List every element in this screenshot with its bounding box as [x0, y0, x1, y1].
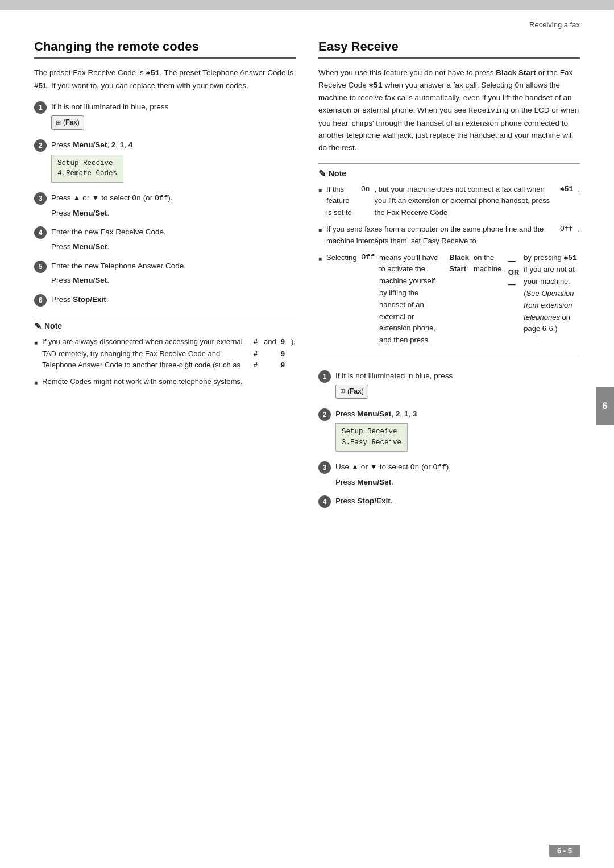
fax-button-icon-right-1: ⊞	[340, 386, 345, 396]
step-6-text: Press Stop/Exit.	[51, 295, 109, 304]
page-container: Receiving a fax Changing the remote code…	[0, 0, 614, 868]
right-step-3-content: Use ▲ or ▼ to select On (or Off). Press …	[335, 461, 580, 488]
fax-button-right-1: ⊞ (Fax)	[335, 385, 368, 399]
star51-or: ✱51	[563, 254, 576, 262]
step-num-3: 3	[34, 192, 47, 205]
right-step-2: 2 Press Menu/Set, 2, 1, 3. Setup Receive…	[318, 408, 580, 454]
step-2-text: Press Menu/Set, 2, 1, 4.	[51, 140, 135, 149]
note-icon-right: ✎	[318, 168, 326, 179]
right-step-4: 4 Press Stop/Exit.	[318, 495, 580, 508]
lcd-display-1: Setup Receive 4.Remote Codes	[51, 155, 123, 183]
left-note-title: ✎ Note	[34, 321, 296, 332]
left-step-1: 1 If it is not illuminated in blue, pres…	[34, 101, 296, 132]
right-note-title: ✎ Note	[318, 168, 580, 179]
right-note-item-2: If you send faxes from a computer on the…	[318, 224, 580, 247]
fax-button-1: ⊞ (Fax)	[51, 115, 84, 130]
or-line: —OR—	[508, 255, 520, 291]
right-step-num-3: 3	[318, 461, 331, 474]
left-note-item-1: If you are always disconnected when acce…	[34, 336, 296, 371]
page-number: 6 - 5	[549, 845, 580, 857]
sidebar-badge: 6	[596, 387, 614, 425]
step-num-5: 5	[34, 261, 47, 273]
page-header: Receiving a fax	[0, 10, 614, 34]
page-footer: 6 - 5	[549, 845, 580, 857]
right-section-divider	[318, 358, 580, 358]
right-step-1-text: If it is not illuminated in blue, press	[335, 371, 453, 380]
content-area: Changing the remote codes The preset Fax…	[0, 34, 614, 538]
right-note-item-3: Selecting Off means you'll have to activ…	[318, 252, 580, 346]
step-3-content: Press ▲ or ▼ to select On (or Off). Pres…	[51, 192, 296, 219]
step-num-2: 2	[34, 139, 47, 152]
right-step-1: 1 If it is not illuminated in blue, pres…	[318, 370, 580, 401]
step-3-sub: Press Menu/Set.	[51, 207, 296, 220]
left-intro: The preset Fax Receive Code is ✱51. The …	[34, 67, 296, 92]
or-continuation: by pressing ✱51 if you are not at your m…	[524, 252, 580, 336]
step-1-content: If it is not illuminated in blue, press …	[51, 101, 296, 132]
step-5-text: Enter the new Telephone Answer Code.	[51, 262, 186, 270]
step-1-text: If it is not illuminated in blue, press	[51, 102, 168, 111]
left-step-3: 3 Press ▲ or ▼ to select On (or Off). Pr…	[34, 192, 296, 219]
right-step-3: 3 Use ▲ or ▼ to select On (or Off). Pres…	[318, 461, 580, 488]
right-step-2-content: Press Menu/Set, 2, 1, 3. Setup Receive 3…	[335, 408, 580, 454]
step-num-6: 6	[34, 294, 47, 307]
sidebar-badge-number: 6	[602, 400, 607, 411]
left-column: Changing the remote codes The preset Fax…	[34, 39, 296, 515]
header-text: Receiving a fax	[529, 20, 580, 29]
step-5-content: Enter the new Telephone Answer Code. Pre…	[51, 260, 296, 287]
left-note-section: ✎ Note If you are always disconnected wh…	[34, 316, 296, 388]
star51-note: ✱51	[560, 184, 573, 196]
right-step-num-2: 2	[318, 408, 331, 421]
left-section-title: Changing the remote codes	[34, 39, 296, 59]
step-5-sub: Press Menu/Set.	[51, 274, 296, 287]
step-num-1: 1	[34, 101, 47, 114]
lcd-display-2: Setup Receive 3.Easy Receive	[335, 423, 408, 452]
step-3-text: Press ▲ or ▼ to select On (or Off).	[51, 193, 173, 202]
left-note-label: Note	[44, 321, 62, 330]
right-step-4-text: Press Stop/Exit.	[335, 497, 393, 505]
left-step-5: 5 Enter the new Telephone Answer Code. P…	[34, 260, 296, 287]
left-note-list: If you are always disconnected when acce…	[34, 336, 296, 388]
step-4-text: Enter the new Fax Receive Code.	[51, 228, 166, 236]
note-icon-left: ✎	[34, 321, 42, 332]
left-step-2: 2 Press Menu/Set, 2, 1, 4. Setup Receive…	[34, 139, 296, 185]
right-note-section: ✎ Note If this feature is set to On, but…	[318, 163, 580, 346]
step-6-content: Press Stop/Exit.	[51, 294, 296, 306]
left-step-4: 4 Enter the new Fax Receive Code. Press …	[34, 226, 296, 253]
step-num-4: 4	[34, 226, 47, 239]
right-intro: When you use this feature you do not hav…	[318, 67, 580, 154]
right-step-num-4: 4	[318, 495, 331, 508]
left-step-6: 6 Press Stop/Exit.	[34, 294, 296, 307]
left-note-item-2: Remote Codes might not work with some te…	[34, 376, 296, 388]
right-note-list: If this feature is set to On, but your m…	[318, 184, 580, 346]
right-note-label: Note	[329, 169, 346, 178]
right-step-num-1: 1	[318, 370, 331, 383]
step-4-sub: Press Menu/Set.	[51, 241, 296, 253]
right-column: Easy Receive When you use this feature y…	[318, 39, 580, 515]
fax-code-star: ✱51	[146, 69, 160, 77]
fax-label-right-1: (Fax)	[347, 386, 364, 397]
step-4-content: Enter the new Fax Receive Code. Press Me…	[51, 226, 296, 253]
right-step-4-content: Press Stop/Exit.	[335, 495, 580, 507]
right-section-title: Easy Receive	[318, 39, 580, 59]
top-bar	[0, 0, 614, 10]
fax-label-1: (Fax)	[63, 117, 80, 128]
right-step-3-text: Use ▲ or ▼ to select On (or Off).	[335, 462, 451, 471]
right-step-2-text: Press Menu/Set, 2, 1, 3.	[335, 410, 419, 418]
fax-code-star-right: ✱51	[369, 81, 383, 90]
right-step-3-sub: Press Menu/Set.	[335, 476, 580, 489]
right-step-1-content: If it is not illuminated in blue, press …	[335, 370, 580, 401]
fax-button-icon-1: ⊞	[56, 118, 61, 128]
step-2-content: Press Menu/Set, 2, 1, 4. Setup Receive 4…	[51, 139, 296, 185]
right-note-item-1: If this feature is set to On, but your m…	[318, 184, 580, 219]
